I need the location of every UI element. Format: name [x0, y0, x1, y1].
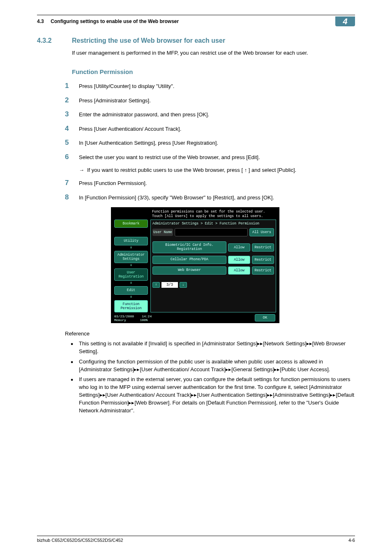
step-num: 1: [65, 82, 79, 90]
allow-button[interactable]: Allow: [228, 266, 250, 275]
step-num: 3: [65, 110, 79, 118]
admin-settings-button[interactable]: Administrator Settings: [114, 251, 148, 263]
header-rule: [37, 15, 355, 15]
perm-label: Cellular Phone/PDA: [152, 256, 226, 264]
bullet-icon: ●: [65, 376, 79, 414]
breadcrumb: Administrator Settings > Edit > Function…: [152, 222, 274, 226]
reference-item: ●If users are managed in the external se…: [65, 376, 355, 414]
step-num: 8: [65, 193, 79, 201]
step-text: Press [Utility/Counter] to display "Util…: [79, 82, 355, 90]
page-header: 4.3 Configuring settings to enable use o…: [37, 16, 355, 26]
section-number: 4.3.2: [37, 37, 52, 44]
perm-label: Biometric/IC Card Info. Registration: [152, 241, 226, 253]
restrict-button[interactable]: Restrict: [252, 256, 274, 264]
step-num: 5: [65, 139, 79, 147]
step-num: 7: [65, 179, 79, 187]
panel-body: Bookmark Utility ⬇ Administrator Setting…: [111, 220, 279, 313]
step-4: 4Press [User Authentication/ Account Tra…: [65, 125, 355, 133]
running-section-num: 4.3: [37, 18, 44, 24]
step-text: In [User Authentication Settings], press…: [79, 139, 355, 147]
step-text: Press [User Authentication/ Account Trac…: [79, 125, 355, 133]
date-value: 03/23/2009: [114, 314, 134, 318]
screenshot: Function permissions can be set for the …: [111, 207, 355, 323]
page-footer: bizhub C652/C652DS/C552/C552DS/C452 4-6: [37, 536, 355, 543]
section-intro: If user management is performed in the M…: [72, 49, 355, 57]
chapter-badge: 4: [335, 16, 355, 26]
footer-model: bizhub C652/C652DS/C552/C552DS/C452: [37, 538, 123, 543]
step-1: 1Press [Utility/Counter] to display "Uti…: [65, 82, 355, 90]
subheading: Function Permission: [72, 68, 355, 75]
chevron-down-icon: ⬇: [114, 264, 148, 268]
username-row: User Name All Users: [152, 228, 274, 236]
step-6: 6Select the user you want to restrict us…: [65, 153, 355, 162]
step-sub-text: If you want to restrict public users to …: [87, 167, 296, 173]
memory-label: Memory: [114, 318, 126, 322]
running-head: 4.3 Configuring settings to enable use o…: [37, 18, 179, 24]
hint-line2: Touch [All Users] to apply the settings …: [152, 214, 263, 218]
content-area: 4.3.2 Restricting the use of Web browser…: [37, 33, 355, 417]
allow-button[interactable]: Allow: [228, 256, 250, 264]
step-text: Enter the administrator password, and th…: [79, 111, 355, 119]
step-5: 5In [User Authentication Settings], pres…: [65, 139, 355, 147]
time-value: 14:24: [142, 314, 152, 318]
step-text: Select the user you want to restrict use…: [79, 153, 355, 162]
restrict-button[interactable]: Restrict: [252, 243, 274, 252]
perm-row-webbrowser: Web Browser Allow Restrict: [152, 266, 274, 275]
footer-left: 03/23/2009 14:24 Memory 100%: [114, 314, 152, 322]
ok-button[interactable]: OK: [255, 314, 275, 321]
footer-pagenum: 4-6: [348, 538, 355, 543]
edit-button[interactable]: Edit: [114, 286, 148, 294]
step-num: 2: [65, 96, 79, 104]
arrow-icon: →: [79, 167, 87, 173]
chevron-down-icon: ⬇: [114, 246, 148, 250]
perm-row-cellular: Cellular Phone/PDA Allow Restrict: [152, 256, 274, 264]
bullet-icon: ●: [65, 358, 79, 374]
perm-label: Web Browser: [152, 266, 226, 274]
panel-sidebar: Bookmark Utility ⬇ Administrator Setting…: [114, 220, 148, 312]
reference-item: ●This setting is not available if [Inval…: [65, 340, 355, 356]
step-3: 3Enter the administrator password, and t…: [65, 110, 355, 119]
step-6-sub: →If you want to restrict public users to…: [79, 167, 355, 173]
step-8: 8In [Function Permission] (3/3), specify…: [65, 193, 355, 202]
username-value: [175, 228, 248, 236]
step-7: 7Press [Function Permission].: [65, 179, 355, 187]
all-users-button[interactable]: All Users: [249, 228, 274, 236]
page-up-button[interactable]: ↑: [152, 282, 160, 288]
step-text: Press [Function Permission].: [79, 179, 355, 187]
page-indicator: 3/3: [161, 282, 178, 288]
section-title: Restricting the use of Web browser for e…: [72, 37, 355, 44]
step-num: 4: [65, 125, 79, 133]
reference-text: Configuring the function permission of t…: [79, 358, 355, 374]
step-num: 6: [65, 153, 79, 161]
reference-item: ●Configuring the function permission of …: [65, 358, 355, 374]
memory-value: 100%: [140, 318, 148, 322]
step-text: In [Function Permission] (3/3), specify …: [79, 194, 355, 202]
username-label: User Name: [152, 229, 173, 236]
bookmark-button[interactable]: Bookmark: [114, 220, 148, 228]
page-down-button[interactable]: ↓: [180, 282, 187, 288]
step-text: Press [Administrator Settings].: [79, 97, 355, 105]
reference-text: If users are managed in the external ser…: [79, 376, 355, 414]
bullet-icon: ●: [65, 340, 79, 356]
pager: ↑ 3/3 ↓: [152, 282, 274, 288]
step-2: 2Press [Administrator Settings].: [65, 96, 355, 105]
chevron-down-icon: ⬇: [114, 282, 148, 285]
utility-button[interactable]: Utility: [114, 237, 148, 245]
allow-button[interactable]: Allow: [228, 243, 250, 252]
perm-row-biometric: Biometric/IC Card Info. Registration All…: [152, 241, 274, 253]
hint-line1: Function permissions can be set for the …: [152, 210, 265, 214]
func-perm-button[interactable]: Function Permission: [114, 300, 148, 312]
panel-main: Administrator Settings > Edit > Function…: [150, 220, 276, 312]
reference-text: This setting is not available if [Invali…: [79, 340, 355, 356]
mfp-panel: Function permissions can be set for the …: [111, 207, 279, 323]
chevron-down-icon: ⬇: [114, 296, 148, 299]
reference-title: Reference: [65, 331, 355, 337]
restrict-button[interactable]: Restrict: [252, 266, 274, 275]
panel-hint: Function permissions can be set for the …: [111, 207, 279, 220]
user-reg-button[interactable]: User Registration: [114, 268, 148, 281]
running-section-title: Configuring settings to enable use of th…: [51, 18, 179, 24]
panel-footer: 03/23/2009 14:24 Memory 100% OK: [111, 313, 279, 323]
reference-list: ●This setting is not available if [Inval…: [65, 340, 355, 415]
